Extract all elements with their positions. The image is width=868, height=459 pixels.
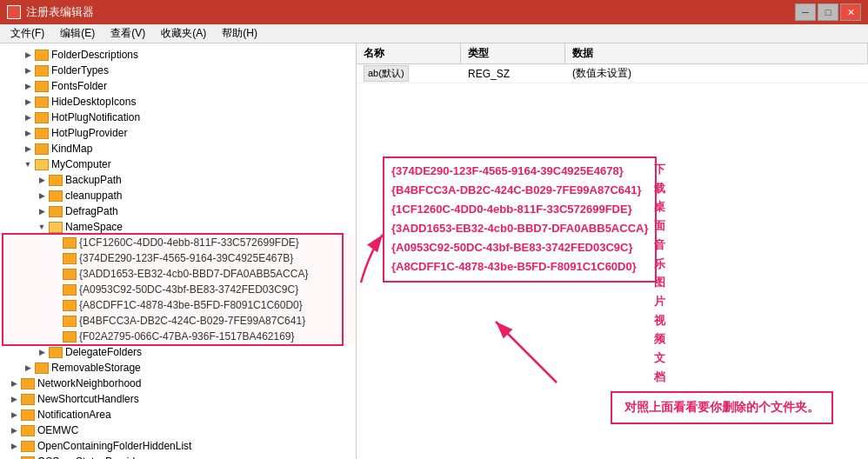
tree-item[interactable]: {B4BFCC3A-DB2C-424C-B029-7FE99A87C641} (0, 313, 356, 329)
tree-item-label: RemovableStorage (51, 362, 141, 374)
tree-item[interactable]: ▶NewShortcutHandlers (0, 391, 356, 407)
menu-item-H[interactable]: 帮助(H) (215, 24, 264, 43)
folder-icon (63, 269, 77, 280)
tree-item-label: DefragPath (65, 205, 118, 217)
tree-expand-icon[interactable]: ▶ (21, 144, 35, 153)
tree-item[interactable]: {374DE290-123F-4565-9164-39C4925E467B} (0, 250, 356, 266)
col-header-name: 名称 (357, 43, 461, 63)
table-row[interactable]: ab(默认)REG_SZ(数值未设置) (357, 64, 868, 83)
tree-expand-icon[interactable]: ▶ (21, 129, 35, 137)
annotation-line-6: {A8CDFF1C-4878-43be-B5FD-F8091C1C60D0} (391, 257, 648, 276)
folder-icon (21, 378, 35, 389)
tree-expand-icon[interactable]: ▶ (21, 97, 35, 106)
tree-item[interactable]: ▶HideDesktopIcons (0, 94, 356, 110)
tree-item[interactable]: ▶OpenContainingFolderHiddenList (0, 438, 356, 454)
tree-item-label: BackupPath (65, 174, 122, 186)
tree-item[interactable]: ▶OSSyncStatusProviders (0, 454, 356, 459)
tree-item[interactable]: {3ADD1653-EB32-4cb0-BBD7-DFA0ABB5ACCA} (0, 266, 356, 282)
tree-expand-icon[interactable]: ▶ (7, 395, 21, 403)
tree-panel[interactable]: ▶FolderDescriptions▶FolderTypes▶FontsFol… (0, 43, 357, 459)
tree-item[interactable]: ▶cleanuppath (0, 188, 356, 203)
tree-item[interactable]: ▶NetworkNeighborhood (0, 376, 356, 391)
tree-item[interactable]: ▶DelegateFolders (0, 344, 356, 360)
window-controls: ─ □ ✕ (795, 3, 861, 21)
tree-expand-icon[interactable]: ▶ (7, 426, 21, 435)
tree-item[interactable]: ▶HotPlugProvider (0, 125, 356, 141)
tree-item[interactable]: ▶FolderDescriptions (0, 47, 356, 63)
tree-item[interactable]: ▶DefragPath (0, 203, 356, 219)
tree-item[interactable]: ▼MyComputer (0, 156, 356, 172)
folder-icon (21, 425, 35, 436)
tree-item-label: OSSyncStatusProviders (37, 456, 150, 459)
folder-icon (35, 112, 49, 123)
menu-item-E[interactable]: 编辑(E) (53, 24, 102, 43)
cell-data: (数值未设置) (565, 64, 868, 83)
window-title: 注册表编辑器 (26, 4, 94, 20)
folder-icon (35, 81, 49, 92)
folder-icon (49, 206, 63, 217)
menu-item-V[interactable]: 查看(V) (103, 24, 152, 43)
tree-item-label: OpenContainingFolderHiddenList (37, 440, 191, 452)
tree-item[interactable]: ▶FontsFolder (0, 78, 356, 94)
annotation-line-1: {374DE290-123F-4565-9164-39C4925E4678} (391, 162, 648, 181)
tree-item-label: MyComputer (51, 158, 111, 170)
title-bar: 注册表编辑器 ─ □ ✕ (0, 0, 868, 24)
cell-type: REG_SZ (461, 64, 565, 83)
tree-expand-icon[interactable]: ▶ (35, 348, 49, 356)
restore-button[interactable]: □ (818, 3, 838, 21)
annotation-area: {374DE290-123F-4565-9164-39C4925E4678} {… (383, 156, 657, 283)
tree-item-label: FontsFolder (51, 80, 107, 92)
tree-expand-icon[interactable]: ▶ (21, 363, 35, 372)
tree-expand-icon[interactable]: ▶ (7, 442, 21, 450)
tree-item-label: FolderTypes (51, 64, 109, 76)
tree-item[interactable]: {A8CDFF1C-4878-43be-B5FD-F8091C1C60D0} (0, 297, 356, 313)
folder-icon (21, 456, 35, 460)
tree-item-label: {374DE290-123F-4565-9164-39C4925E467B} (79, 252, 293, 264)
title-bar-left: 注册表编辑器 (7, 4, 94, 20)
tree-item-label: HotPlugNotification (51, 111, 140, 123)
folder-icon (63, 331, 77, 343)
tree-expand-icon[interactable]: ▼ (21, 160, 35, 169)
tree-item-label: {A8CDFF1C-4878-43be-B5FD-F8091C1C60D0} (79, 299, 303, 311)
menu-item-F[interactable]: 文件(F) (3, 24, 51, 43)
tree-item[interactable]: {1CF1260C-4DD0-4ebb-811F-33C572699FDE} (0, 235, 356, 250)
tree-item[interactable]: ▶RemovableStorage (0, 360, 356, 376)
tree-item[interactable]: ▶FolderTypes (0, 63, 356, 78)
tree-item-label: NotificationArea (37, 409, 111, 421)
tree-item[interactable]: ▶OEMWC (0, 422, 356, 438)
tree-expand-icon[interactable]: ▶ (21, 66, 35, 75)
annotation-line-5: {A0953C92-50DC-43bf-BE83-3742FED03C9C} (391, 238, 648, 257)
tree-expand-icon[interactable]: ▶ (21, 82, 35, 90)
tree-item-label: {A0953C92-50DC-43bf-BE83-3742FED03C9C} (79, 283, 298, 296)
folder-icon (63, 284, 77, 296)
main-content: ▶FolderDescriptions▶FolderTypes▶FontsFol… (0, 43, 868, 459)
tree-expand-icon[interactable]: ▶ (21, 50, 35, 59)
menu-item-A[interactable]: 收藏夹(A) (154, 24, 213, 43)
annotation-line-2: {B4BFCC3A-DB2C-424C-B029-7FE99A87C641} (391, 181, 648, 200)
folder-icon (35, 50, 49, 61)
folder-icon (21, 441, 35, 452)
tree-item[interactable]: ▼NameSpace (0, 219, 356, 235)
folder-icon (49, 347, 63, 358)
tree-expand-icon[interactable]: ▼ (35, 223, 49, 231)
tree-expand-icon[interactable]: ▶ (21, 113, 35, 122)
tree-item-label: FolderDescriptions (51, 49, 138, 61)
minimize-button[interactable]: ─ (795, 3, 816, 21)
tree-item[interactable]: {A0953C92-50DC-43bf-BE83-3742FED03C9C} (0, 282, 356, 297)
tree-expand-icon[interactable]: ▶ (35, 191, 49, 200)
annotation-line-3: {1CF1260C-4DD0-4ebb-811F-33C572699FDE} (391, 200, 648, 219)
tree-item-label: HotPlugProvider (51, 127, 127, 139)
folder-icon (21, 394, 35, 405)
cell-name: ab(默认) (357, 64, 461, 83)
tree-item[interactable]: ▶BackupPath (0, 172, 356, 188)
tree-expand-icon[interactable]: ▶ (7, 410, 21, 419)
tree-expand-icon[interactable]: ▶ (35, 176, 49, 184)
tree-item[interactable]: {F02A2795-066C-47BA-936F-1517BA462169} (0, 329, 356, 344)
tree-expand-icon[interactable]: ▶ (7, 379, 21, 388)
tree-item[interactable]: ▶HotPlugNotification (0, 110, 356, 125)
tree-item[interactable]: ▶KindMap (0, 141, 356, 156)
annotation-line-4: {3ADD1653-EB32-4cb0-BBD7-DFA0ABB5ACCA} (391, 219, 648, 238)
tree-item[interactable]: ▶NotificationArea (0, 407, 356, 422)
close-button[interactable]: ✕ (840, 3, 861, 21)
tree-expand-icon[interactable]: ▶ (35, 207, 49, 216)
